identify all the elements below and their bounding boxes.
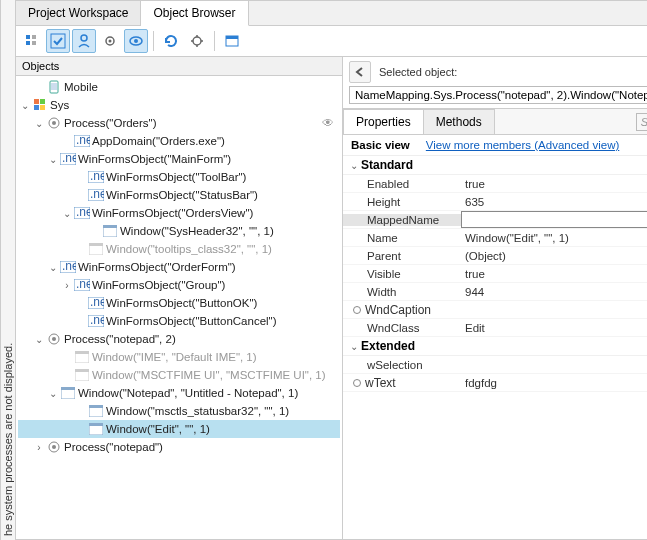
tab-project-workspace[interactable]: Project Workspace [16,1,141,25]
svg-rect-18 [40,105,45,110]
selected-object-value[interactable]: NameMapping.Sys.Process("notepad", 2).Wi… [349,86,647,104]
svg-rect-32 [103,225,117,228]
back-button[interactable] [349,61,371,83]
window-icon [88,421,104,437]
prop-enabled[interactable]: Enabledtrue [343,175,647,193]
tree-node-orderform[interactable]: ⌄.netWinFormsObject("OrderForm") [18,258,340,276]
tab-object-browser[interactable]: Object Browser [141,1,248,26]
search-input[interactable]: Sea [636,113,647,131]
tree-node-process-orders[interactable]: ⌄Process("Orders")👁 [18,114,340,132]
top-tabs: Project Workspace Object Browser [16,1,647,26]
tree-node-mobile[interactable]: Mobile [18,78,340,96]
svg-text:.net: .net [90,315,104,327]
group-extended[interactable]: ⌄Extended [343,337,647,356]
toolbar [16,26,647,57]
svg-rect-50 [61,387,75,390]
svg-rect-15 [34,99,39,104]
svg-point-5 [81,35,87,41]
advanced-view-link[interactable]: View more members (Advanced view) [426,139,619,151]
svg-rect-16 [40,99,45,104]
tab-properties[interactable]: Properties [343,109,424,134]
svg-text:.net: .net [90,171,104,183]
tree-node-edit[interactable]: Window("Edit", "", 1) [18,420,340,438]
prop-wtext[interactable]: wTextfdgfdg [343,374,647,392]
sidebar-message: he system processes are not displayed. [0,0,15,540]
tree-node-notepad2[interactable]: ⌄Process("notepad", 2) [18,330,340,348]
svg-text:.net: .net [76,279,90,291]
svg-point-20 [52,121,56,125]
windows-icon [32,97,48,113]
tree-node-group[interactable]: ›.netWinFormsObject("Group") [18,276,340,294]
svg-point-44 [52,337,56,341]
prop-mappedname[interactable]: MappedName [343,211,647,229]
tree-node-buttonok[interactable]: .netWinFormsObject("ButtonOK") [18,294,340,312]
toolbar-btn-refresh[interactable] [159,29,183,53]
tree-node-tooltips[interactable]: Window("tooltips_class32", "", 1) [18,240,340,258]
svg-point-56 [52,445,56,449]
window-icon [60,385,76,401]
svg-rect-12 [226,36,238,39]
tree-node-buttoncancel[interactable]: .netWinFormsObject("ButtonCancel") [18,312,340,330]
prop-name[interactable]: NameWindow("Edit", "", 1) [343,229,647,247]
tree-node-notepad[interactable]: ›Process("notepad") [18,438,340,456]
svg-text:.net: .net [90,189,104,201]
prop-parent[interactable]: Parent(Object) [343,247,647,265]
tree-node-ime[interactable]: Window("IME", "Default IME", 1) [18,348,340,366]
prop-height[interactable]: Height635 [343,193,647,211]
object-tree[interactable]: Mobile ⌄Sys ⌄Process("Orders")👁 .netAppD… [16,76,342,539]
group-standard[interactable]: ⌄Standard [343,156,647,175]
tree-node-sysheader[interactable]: Window("SysHeader32", "", 1) [18,222,340,240]
objects-header: Objects [16,57,342,76]
prop-visible[interactable]: Visibletrue [343,265,647,283]
svg-rect-1 [26,41,30,45]
toolbar-btn-window[interactable] [220,29,244,53]
net-icon: .net [74,133,90,149]
toolbar-btn-user[interactable] [72,29,96,53]
svg-text:.net: .net [62,261,76,273]
process-icon [46,439,62,455]
svg-rect-14 [51,83,57,90]
svg-rect-4 [51,34,65,48]
net-icon: .net [74,205,90,221]
toolbar-btn-1[interactable] [20,29,44,53]
tree-node-notepad-window[interactable]: ⌄Window("Notepad", "Untitled - Notepad",… [18,384,340,402]
tree-node-sys[interactable]: ⌄Sys [18,96,340,114]
toolbar-btn-gear2[interactable] [185,29,209,53]
toolbar-btn-eye[interactable] [124,29,148,53]
window-icon [88,241,104,257]
properties-grid: ⌄Standard Enabledtrue Height635 MappedNa… [343,156,647,539]
svg-text:.net: .net [90,297,104,309]
svg-text:.net: .net [76,207,90,219]
process-icon [46,115,62,131]
tree-node-appdomain[interactable]: .netAppDomain("Orders.exe") [18,132,340,150]
svg-point-7 [109,40,112,43]
svg-rect-52 [89,405,103,408]
svg-rect-3 [32,41,36,45]
tree-node-msctfime[interactable]: Window("MSCTFIME UI", "MSCTFIME UI", 1) [18,366,340,384]
tab-methods[interactable]: Methods [423,109,495,134]
svg-rect-0 [26,35,30,39]
mobile-icon [46,79,62,95]
prop-wndclass[interactable]: WndClassEdit [343,319,647,337]
toolbar-btn-gear[interactable] [98,29,122,53]
net-icon: .net [60,151,76,167]
net-icon: .net [88,313,104,329]
toolbar-btn-check[interactable] [46,29,70,53]
basic-view-label: Basic view [351,139,410,151]
svg-rect-2 [32,35,36,39]
svg-rect-34 [89,243,103,246]
tree-node-toolbar[interactable]: .netWinFormsObject("ToolBar") [18,168,340,186]
prop-wndcaption[interactable]: WndCaption [343,301,647,319]
svg-text:.net: .net [62,153,76,165]
process-icon [46,331,62,347]
prop-width[interactable]: Width944 [343,283,647,301]
tree-node-statusbar[interactable]: .netWinFormsObject("StatusBar") [18,186,340,204]
svg-rect-17 [34,105,39,110]
tree-node-mainform[interactable]: ⌄.netWinFormsObject("MainForm") [18,150,340,168]
window-icon [74,349,90,365]
tree-node-ordersview[interactable]: ⌄.netWinFormsObject("OrdersView") [18,204,340,222]
svg-point-9 [134,39,138,43]
prop-wselection[interactable]: wSelection [343,356,647,374]
tree-node-statusbar32[interactable]: Window("msctls_statusbar32", "", 1) [18,402,340,420]
eye-icon: 👁 [322,116,334,130]
